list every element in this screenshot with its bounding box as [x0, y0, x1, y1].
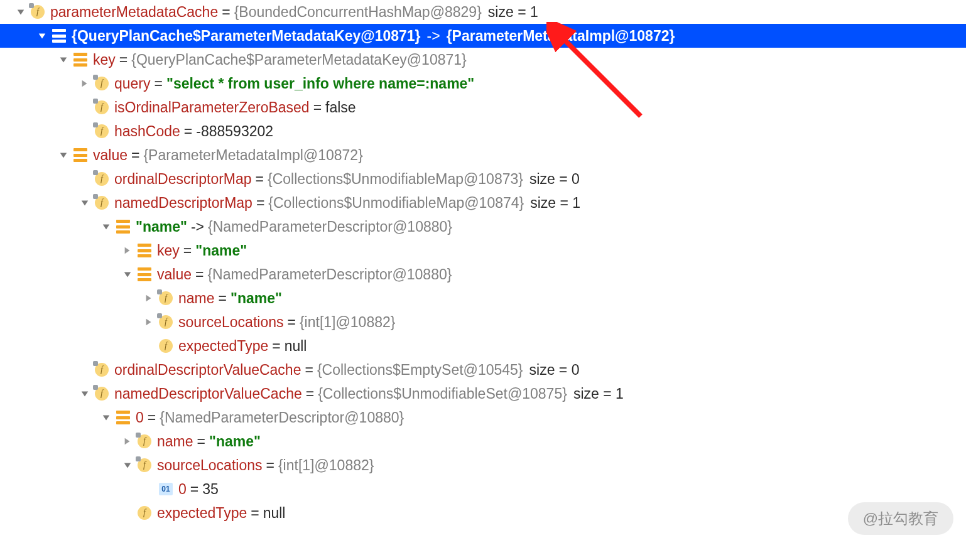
tree-row[interactable]: fsourceLocations = {int[1]@10882} [0, 310, 966, 334]
variable-name: hashCode [114, 123, 180, 140]
tree-row[interactable]: {QueryPlanCache$ParameterMetadataKey@108… [0, 24, 966, 48]
object-reference: {NamedParameterDescriptor@10880} [160, 409, 404, 426]
string-value: "name" [231, 290, 282, 307]
object-reference: {Collections$EmptySet@10545} [317, 362, 523, 379]
field-icon: f [94, 124, 109, 139]
value: false [325, 99, 356, 116]
value: -888593202 [196, 123, 273, 140]
map-entry-icon [137, 243, 152, 258]
map-entry-icon [137, 267, 152, 282]
tree-row[interactable]: fhashCode = -888593202 [0, 119, 966, 143]
int-icon: 01 [158, 482, 173, 497]
variable-name: value [93, 147, 128, 164]
map-entry-icon [116, 219, 131, 234]
object-reference: {int[1]@10882} [278, 457, 374, 474]
tree-row[interactable]: fexpectedType = null [0, 501, 966, 525]
variable-name: parameterMetadataCache [50, 4, 218, 21]
value: null [285, 338, 307, 355]
object-reference: {NamedParameterDescriptor@10880} [207, 266, 452, 283]
tree-row[interactable]: value = {ParameterMetadataImpl@10872} [0, 143, 966, 167]
variable-name: key [157, 242, 180, 259]
expand-arrow-icon[interactable] [100, 221, 112, 232]
variable-name: sourceLocations [178, 314, 284, 331]
field-icon: f [137, 458, 152, 473]
expand-arrow-icon[interactable] [100, 412, 112, 423]
object-reference: {NamedParameterDescriptor@10880} [208, 218, 452, 235]
object-reference: {QueryPlanCache$ParameterMetadataKey@108… [131, 51, 467, 68]
field-icon: f [158, 338, 173, 353]
variable-name: 0 [178, 481, 187, 498]
object-reference: {ParameterMetadataImpl@10872} [143, 147, 362, 164]
variable-name: value [157, 266, 192, 283]
tree-row[interactable]: fnamedDescriptorValueCache = {Collection… [0, 382, 966, 406]
tree-row[interactable]: fname = "name" [0, 286, 966, 310]
expand-arrow-icon[interactable] [79, 78, 90, 89]
size-annotation: size = 0 [523, 171, 580, 188]
tree-row[interactable]: 0 = {NamedParameterDescriptor@10880} [0, 406, 966, 429]
tree-row[interactable]: fnamedDescriptorMap = {Collections$Unmod… [0, 191, 966, 215]
tree-row[interactable]: fquery = "select * from user_info where … [0, 72, 966, 95]
string-value: "name" [195, 242, 247, 259]
expand-arrow-icon[interactable] [122, 245, 133, 256]
field-icon: f [94, 362, 109, 377]
field-icon: f [137, 505, 152, 520]
field-icon: f [158, 291, 173, 306]
variable-name: name [157, 433, 193, 450]
value: null [263, 505, 286, 522]
object-reference: {Collections$UnmodifiableMap@10873} [268, 171, 523, 188]
field-icon: f [94, 76, 109, 91]
string-value: "select * from user_info where name=:nam… [166, 75, 474, 92]
tree-row[interactable]: value = {NamedParameterDescriptor@10880} [0, 262, 966, 286]
expand-arrow-icon[interactable] [58, 54, 69, 65]
field-icon: f [94, 195, 109, 210]
variable-name: ordinalDescriptorMap [114, 171, 252, 188]
tree-row[interactable]: fordinalDescriptorValueCache = {Collecti… [0, 358, 966, 382]
object-reference: {BoundedConcurrentHashMap@8829} [234, 4, 482, 21]
string-value: "name" [209, 433, 261, 450]
object-reference: {int[1]@10882} [300, 314, 396, 331]
entry-value: {ParameterMetadataImpl@10872} [447, 28, 675, 45]
size-annotation: size = 0 [523, 362, 580, 379]
debugger-variables-tree[interactable]: fparameterMetadataCache = {BoundedConcur… [0, 0, 966, 525]
variable-name: expectedType [178, 338, 268, 355]
field-icon: f [94, 171, 109, 186]
expand-arrow-icon[interactable] [58, 149, 69, 161]
expand-arrow-icon[interactable] [79, 197, 90, 208]
variable-name: key [93, 51, 116, 68]
tree-row[interactable]: fexpectedType = null [0, 334, 966, 358]
expand-arrow-icon[interactable] [36, 30, 48, 41]
variable-name: isOrdinalParameterZeroBased [114, 99, 310, 116]
variable-name: name [178, 290, 215, 307]
tree-row[interactable]: "name" -> {NamedParameterDescriptor@1088… [0, 215, 966, 239]
field-icon: f [158, 315, 173, 330]
expand-arrow-icon[interactable] [143, 316, 155, 328]
tree-row[interactable]: fname = "name" [0, 429, 966, 453]
expand-arrow-icon[interactable] [15, 6, 26, 18]
variable-name: namedDescriptorValueCache [114, 385, 302, 402]
variable-name: 0 [136, 409, 144, 426]
watermark-badge: @拉勾教育 [848, 502, 953, 535]
tree-row[interactable]: key = {QueryPlanCache$ParameterMetadataK… [0, 48, 966, 72]
value: 35 [202, 481, 219, 498]
expand-arrow-icon[interactable] [143, 293, 155, 304]
size-annotation: size = 1 [482, 4, 538, 21]
map-entry-icon [52, 28, 67, 43]
tree-row[interactable]: fordinalDescriptorMap = {Collections$Unm… [0, 167, 966, 191]
expand-arrow-icon[interactable] [79, 388, 90, 399]
variable-name: expectedType [157, 505, 247, 522]
tree-row[interactable]: fsourceLocations = {int[1]@10882} [0, 453, 966, 477]
object-reference: {Collections$UnmodifiableSet@10875} [318, 385, 567, 402]
tree-row[interactable]: fparameterMetadataCache = {BoundedConcur… [0, 0, 966, 24]
expand-arrow-icon[interactable] [122, 436, 133, 447]
variable-name: ordinalDescriptorValueCache [114, 362, 301, 379]
expand-arrow-icon[interactable] [122, 269, 133, 280]
tree-row[interactable]: 010 = 35 [0, 477, 966, 501]
variable-name: namedDescriptorMap [114, 195, 252, 212]
field-icon: f [94, 386, 109, 401]
object-reference: {Collections$UnmodifiableMap@10874} [268, 195, 524, 212]
tree-row[interactable]: fisOrdinalParameterZeroBased = false [0, 95, 966, 119]
size-annotation: size = 1 [567, 385, 624, 402]
map-entry-icon [73, 52, 88, 67]
expand-arrow-icon[interactable] [122, 460, 133, 471]
tree-row[interactable]: key = "name" [0, 239, 966, 262]
